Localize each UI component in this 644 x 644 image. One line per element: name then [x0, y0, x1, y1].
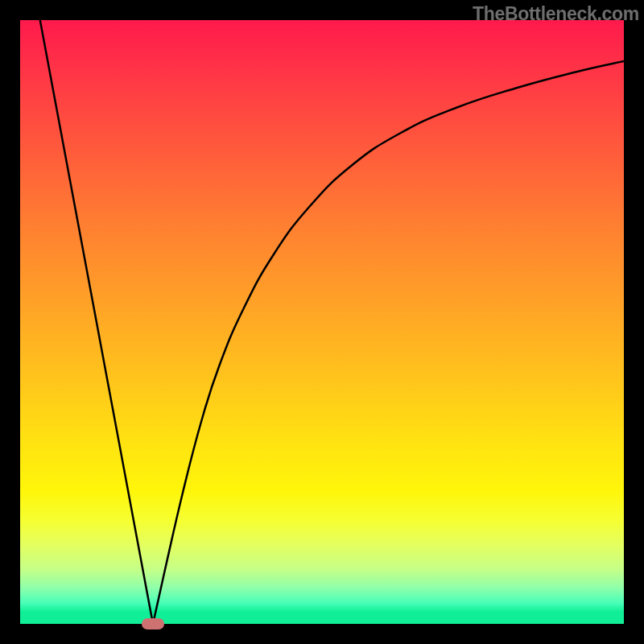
plot-area — [20, 20, 624, 624]
watermark-text: TheBottleneck.com — [473, 3, 639, 25]
optimal-marker — [142, 618, 164, 630]
curve-layer — [20, 20, 624, 624]
bottleneck-curve-path — [40, 20, 624, 624]
chart-frame: TheBottleneck.com — [0, 0, 644, 644]
